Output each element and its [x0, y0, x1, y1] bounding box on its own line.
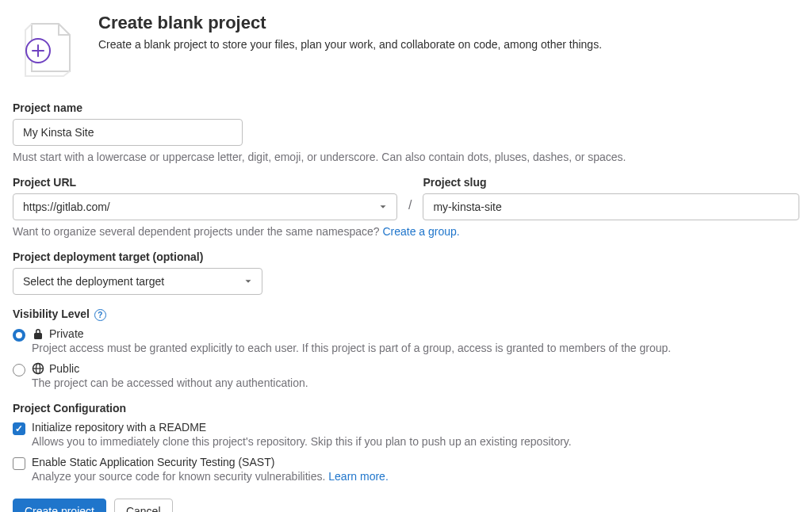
- private-label: Private: [49, 327, 84, 340]
- page-title: Create blank project: [98, 13, 602, 33]
- sast-desc: Analyze your source code for known secur…: [32, 470, 799, 483]
- visibility-label: Visibility Level ?: [13, 308, 799, 321]
- sast-label: Enable Static Application Security Testi…: [32, 456, 274, 468]
- header-text: Create blank project Create a blank proj…: [98, 13, 602, 51]
- config-group: Project Configuration Initialize reposit…: [13, 402, 799, 483]
- public-desc: The project can be accessed without any …: [32, 376, 799, 389]
- project-name-group: Project name Must start with a lowercase…: [13, 101, 799, 163]
- visibility-group: Visibility Level ? Private Project acces…: [13, 308, 799, 389]
- private-desc: Project access must be granted explicitl…: [32, 342, 799, 354]
- project-name-helper: Must start with a lowercase or uppercase…: [13, 151, 799, 163]
- project-url-select[interactable]: https://gitlab.com/: [13, 193, 397, 220]
- page-subtitle: Create a blank project to store your fil…: [98, 38, 602, 51]
- help-icon[interactable]: ?: [94, 309, 106, 321]
- checkbox-sast[interactable]: [13, 457, 25, 470]
- create-project-button[interactable]: Create project: [13, 499, 106, 512]
- project-url-label: Project URL: [13, 176, 397, 189]
- page-header: Create blank project Create a blank proj…: [13, 13, 799, 82]
- sast-option[interactable]: Enable Static Application Security Testi…: [13, 456, 799, 483]
- deploy-target-group: Project deployment target (optional) Sel…: [13, 250, 799, 295]
- project-name-input[interactable]: [13, 119, 243, 146]
- public-label: Public: [49, 362, 79, 375]
- create-group-link[interactable]: Create a group.: [382, 225, 459, 238]
- readme-desc: Allows you to immediately clone this pro…: [32, 435, 799, 448]
- globe-icon: [32, 362, 44, 375]
- visibility-public-option[interactable]: Public The project can be accessed witho…: [13, 362, 799, 389]
- url-separator: /: [397, 176, 423, 212]
- radio-public[interactable]: [13, 364, 25, 376]
- config-label: Project Configuration: [13, 402, 799, 415]
- project-slug-label: Project slug: [423, 176, 799, 189]
- checkbox-readme[interactable]: [13, 422, 25, 435]
- readme-label: Initialize repository with a README: [32, 421, 206, 434]
- readme-option[interactable]: Initialize repository with a README Allo…: [13, 421, 799, 448]
- visibility-private-option[interactable]: Private Project access must be granted e…: [13, 327, 799, 354]
- radio-private[interactable]: [13, 329, 25, 342]
- blank-project-icon: [13, 13, 82, 82]
- deploy-target-label: Project deployment target (optional): [13, 250, 799, 263]
- group-hint: Want to organize several dependent proje…: [13, 225, 799, 238]
- deploy-target-select[interactable]: Select the deployment target: [13, 268, 262, 295]
- project-name-label: Project name: [13, 101, 799, 114]
- button-row: Create project Cancel: [13, 499, 799, 512]
- cancel-button[interactable]: Cancel: [114, 499, 173, 512]
- lock-icon: [32, 327, 44, 340]
- project-slug-input[interactable]: [423, 193, 799, 220]
- sast-learn-more-link[interactable]: Learn more.: [328, 470, 388, 483]
